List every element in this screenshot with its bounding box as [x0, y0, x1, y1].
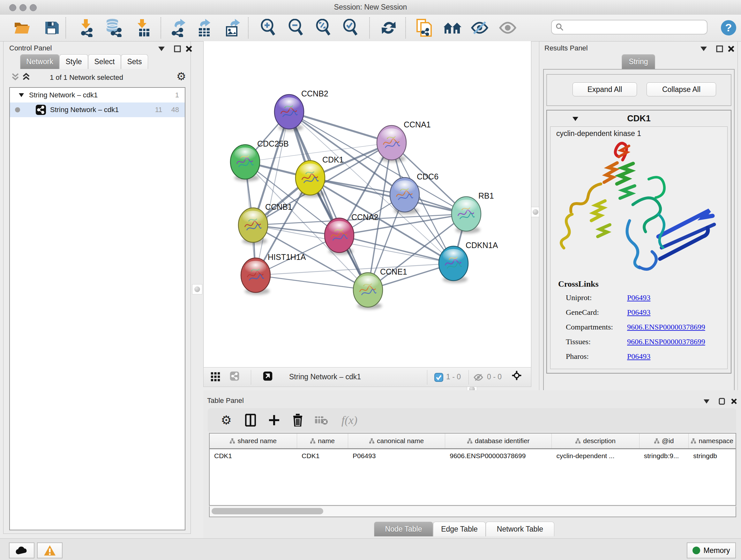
zoom-out-icon[interactable]	[286, 18, 306, 38]
network-node-RB1[interactable]	[452, 197, 481, 233]
selected-node-edge-count: 1 - 0	[446, 373, 461, 381]
tab-style[interactable]: Style	[59, 54, 88, 69]
float-panel-icon[interactable]	[173, 44, 182, 54]
selected-checkbox-icon[interactable]	[434, 373, 444, 382]
fit-content-crosshair-icon[interactable]	[512, 371, 522, 380]
network-collection-row[interactable]: String Network – cdk1 1	[10, 88, 185, 103]
column-header[interactable]: @id	[639, 434, 689, 448]
float-panel-icon[interactable]	[715, 44, 724, 54]
toolbar-separator	[248, 17, 249, 38]
float-panel-icon[interactable]	[717, 396, 727, 406]
collapse-all-button[interactable]: Collapse All	[647, 82, 716, 97]
network-node-CCNB2[interactable]	[274, 95, 304, 131]
tab-network[interactable]: Network	[20, 54, 59, 69]
tab-select[interactable]: Select	[88, 54, 121, 69]
function-builder-icon[interactable]: f(x)	[337, 412, 362, 428]
show-all-eye-icon[interactable]	[498, 18, 518, 38]
column-header[interactable]: canonical name	[348, 434, 445, 448]
import-network-icon[interactable]	[76, 18, 96, 38]
control-panel-title: Control Panel	[9, 44, 52, 52]
export-image-icon[interactable]	[222, 18, 242, 38]
panel-menu-icon[interactable]	[702, 396, 711, 406]
import-network-from-database-icon[interactable]	[104, 18, 124, 38]
create-column-plus-icon[interactable]	[266, 412, 282, 428]
scrollbar-thumb[interactable]	[212, 508, 323, 514]
network-node-CDC25B[interactable]	[230, 145, 260, 181]
node-table: shared name name canonical name database…	[209, 433, 736, 506]
save-session-icon[interactable]	[42, 18, 61, 38]
help-icon[interactable]: ?	[719, 18, 738, 38]
column-header[interactable]: namespace	[689, 434, 736, 448]
network-node-HIST1H1A[interactable]	[241, 258, 270, 295]
clear-table-icon[interactable]	[313, 412, 330, 428]
tab-sets[interactable]: Sets	[121, 54, 148, 69]
table-row[interactable]: CDK1 CDK1 P06493 9606.ENSP00000378699 cy…	[210, 449, 736, 462]
crosslink-uniprot-link[interactable]: P06493	[627, 294, 650, 302]
network-edge[interactable]	[289, 112, 392, 143]
export-network-icon[interactable]	[169, 18, 188, 38]
crosslink-label: Tissues:	[566, 337, 591, 346]
delete-column-trash-icon[interactable]	[289, 412, 306, 428]
string-network-icon	[36, 105, 46, 115]
network-edge[interactable]	[256, 112, 289, 275]
tab-edge-table[interactable]: Edge Table	[433, 522, 486, 537]
column-header[interactable]: name	[297, 434, 348, 448]
node-label: CDK1	[322, 155, 344, 164]
panel-menu-icon[interactable]	[157, 44, 166, 54]
crosslink-pharos-link[interactable]: P06493	[627, 352, 650, 361]
apply-preferred-layout-icon[interactable]	[379, 18, 399, 38]
table-header-row: shared name name canonical name database…	[210, 434, 736, 449]
panel-menu-icon[interactable]	[699, 44, 709, 54]
birds-eye-view-icon[interactable]	[263, 371, 273, 381]
crosslinks-title: CrossLinks	[558, 279, 599, 289]
column-header[interactable]: shared name	[210, 434, 297, 448]
network-node-CDK1[interactable]	[295, 161, 325, 197]
warning-icon	[44, 545, 56, 556]
hidden-node-edge-count: 0 - 0	[487, 373, 502, 381]
crosslink-genecard-link[interactable]: P06493	[627, 308, 650, 317]
first-neighbors-icon[interactable]	[443, 18, 462, 38]
network-node-CCNB1[interactable]	[239, 208, 268, 245]
close-panel-icon[interactable]	[729, 396, 739, 406]
network-node-CDKN1A[interactable]	[439, 246, 468, 283]
table-settings-gear-icon[interactable]: ⚙	[218, 412, 234, 428]
results-buttons-box: Expand All Collapse All	[546, 74, 731, 106]
grid-view-icon[interactable]	[211, 372, 220, 381]
splitter-handle[interactable]	[192, 284, 202, 294]
open-session-icon[interactable]	[12, 18, 32, 38]
network-node-CCNE1[interactable]	[353, 273, 383, 309]
network-edge[interactable]	[256, 275, 368, 290]
tab-network-table[interactable]: Network Table	[486, 522, 554, 537]
zoom-selected-icon[interactable]	[341, 18, 360, 38]
zoom-fit-icon[interactable]	[314, 18, 333, 38]
close-panel-icon[interactable]	[726, 44, 736, 54]
network-edge[interactable]	[289, 112, 368, 290]
warnings-button[interactable]	[37, 543, 63, 558]
network-view: CCNB2CCNA1CDC25BCDK1CDC6RB1CCNB1CCNA2CDK…	[203, 41, 531, 367]
show-columns-icon[interactable]	[242, 412, 259, 428]
network-overview-icon[interactable]	[230, 371, 239, 381]
network-options-gear-icon[interactable]: ⚙	[177, 71, 186, 81]
tab-node-table[interactable]: Node Table	[374, 522, 433, 537]
hide-selected-eye-icon[interactable]	[470, 18, 489, 38]
memory-button[interactable]: Memory	[687, 543, 736, 558]
zoom-in-icon[interactable]	[259, 18, 278, 38]
copy-network-icon[interactable]	[414, 18, 434, 38]
horizontal-scrollbar[interactable]	[209, 506, 736, 517]
network-node-CCNA1[interactable]	[377, 125, 406, 162]
column-header[interactable]: description	[552, 434, 639, 448]
cloud-button[interactable]	[9, 543, 35, 558]
close-panel-icon[interactable]	[184, 44, 194, 54]
network-canvas[interactable]: CCNB2CCNA1CDC25BCDK1CDC6RB1CCNB1CCNA2CDK…	[204, 41, 531, 367]
search-box[interactable]	[551, 20, 708, 35]
hidden-eye-icon[interactable]	[474, 373, 483, 382]
export-table-icon[interactable]	[194, 18, 214, 38]
network-row-selected[interactable]: String Network – cdk1 11 48	[10, 103, 185, 117]
import-table-icon[interactable]	[133, 18, 152, 38]
crosslink-compartments-link[interactable]: 9606.ENSP00000378699	[627, 323, 705, 331]
crosslink-tissues-link[interactable]: 9606.ENSP00000378699	[627, 337, 705, 346]
expand-all-button[interactable]: Expand All	[572, 82, 637, 97]
tab-string-results[interactable]: String	[622, 54, 655, 69]
column-header[interactable]: database identifier	[445, 434, 552, 448]
search-input[interactable]	[564, 23, 699, 32]
